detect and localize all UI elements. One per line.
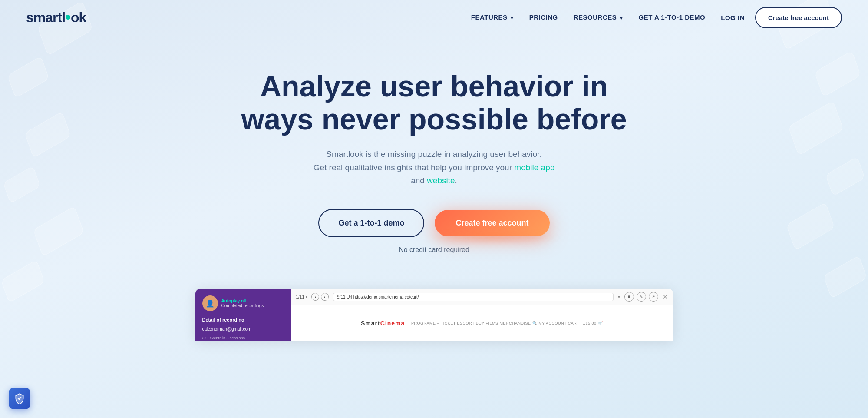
- website-link[interactable]: website: [427, 176, 455, 185]
- preview-controls: ⏺ ✎ ↗: [624, 292, 658, 302]
- nav-link-pricing[interactable]: PRICING: [529, 13, 558, 21]
- demo-button[interactable]: Get a 1-to-1 demo: [318, 209, 424, 237]
- preview-sidebar: 👤 Autoplay off Completed recordings Deta…: [195, 289, 291, 341]
- prev-icon[interactable]: ‹: [311, 293, 319, 301]
- no-credit-text: No credit card required: [9, 246, 859, 254]
- preview-pagination: 1/11 ›: [296, 295, 307, 299]
- nav-create-account-button[interactable]: Create free account: [755, 7, 842, 28]
- logo[interactable]: smartlok: [26, 10, 86, 26]
- preview-detail-label: Detail of recording: [202, 317, 284, 322]
- nav-arrows: ‹ ›: [311, 293, 329, 301]
- preview-sessions: 370 events in 8 sessions: [202, 336, 284, 340]
- cinema-nav: PROGRAME – TICKET ESCORT BUY FILMS MERCH…: [411, 321, 603, 325]
- preview-toolbar: 1/11 › ‹ › 9/11 Url https://demo.smartci…: [291, 289, 673, 305]
- login-link[interactable]: LOG IN: [721, 14, 745, 21]
- preview-inner: 👤 Autoplay off Completed recordings Deta…: [195, 289, 673, 341]
- nav-item-resources[interactable]: RESOURCES ▾: [574, 13, 623, 21]
- preview-content: Smart Cinema PROGRAME – TICKET ESCORT BU…: [291, 305, 673, 341]
- avatar: 👤: [202, 295, 218, 311]
- preview-main: 1/11 › ‹ › 9/11 Url https://demo.smartci…: [291, 289, 673, 341]
- chevron-down-icon: ▾: [620, 15, 623, 20]
- preview-email: calexnorman@gmail.com: [202, 327, 284, 332]
- edit-icon[interactable]: ✎: [637, 292, 646, 302]
- hero-subtitle: Smartlook is the missing puzzle in analy…: [308, 148, 560, 187]
- create-account-wrapper: Create free account: [435, 210, 549, 236]
- logo-text: smartlok: [26, 10, 86, 26]
- dropdown-icon: ▾: [618, 295, 620, 299]
- nav-link-features[interactable]: FEATURES ▾: [471, 13, 514, 21]
- share-icon[interactable]: ↗: [649, 292, 658, 302]
- navbar: smartlok FEATURES ▾ PRICING RESOURCES ▾ …: [0, 0, 868, 35]
- shield-check-icon: [14, 393, 25, 404]
- hero-title: Analyze user behavior in ways never poss…: [239, 70, 630, 136]
- sidebar-info: Autoplay off Completed recordings: [221, 299, 264, 308]
- nav-item-demo[interactable]: GET A 1-TO-1 DEMO: [638, 13, 705, 21]
- next-icon[interactable]: ›: [321, 293, 329, 301]
- nav-item-features[interactable]: FEATURES ▾: [471, 13, 514, 21]
- preview-url-bar: 9/11 Url https://demo.smartcinema.co/car…: [333, 293, 613, 301]
- hero-section: Analyze user behavior in ways never poss…: [0, 35, 868, 271]
- nav-links: FEATURES ▾ PRICING RESOURCES ▾ GET A 1-T…: [471, 13, 705, 21]
- security-badge[interactable]: [9, 388, 30, 409]
- preview-bar: 👤 Autoplay off Completed recordings Deta…: [195, 289, 673, 341]
- hero-buttons: Get a 1-to-1 demo Create free account: [9, 209, 859, 237]
- close-icon[interactable]: ✕: [663, 293, 668, 300]
- record-icon[interactable]: ⏺: [624, 292, 634, 302]
- nav-link-demo[interactable]: GET A 1-TO-1 DEMO: [638, 13, 705, 21]
- nav-link-resources[interactable]: RESOURCES ▾: [574, 13, 623, 21]
- nav-item-pricing[interactable]: PRICING: [529, 13, 558, 21]
- create-account-button[interactable]: Create free account: [435, 210, 549, 236]
- chevron-down-icon: ▾: [511, 15, 514, 20]
- mobile-app-link[interactable]: mobile app: [514, 163, 554, 172]
- preview-sidebar-top: 👤 Autoplay off Completed recordings: [202, 295, 284, 311]
